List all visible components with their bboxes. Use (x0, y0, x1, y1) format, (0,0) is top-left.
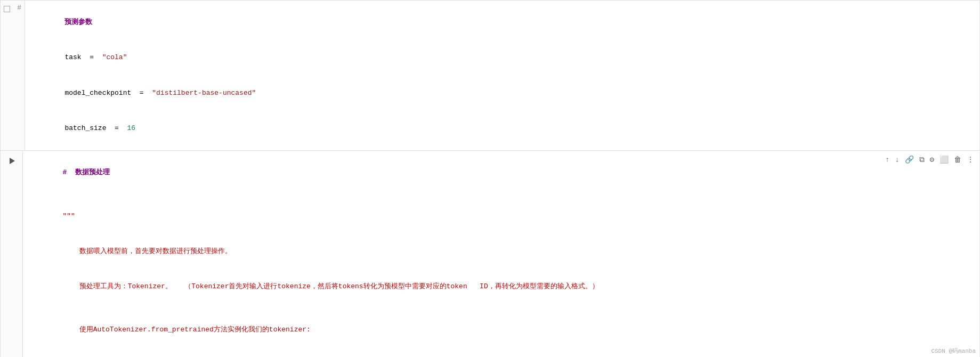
docstring-1-open: """ (29, 198, 973, 233)
cell-1-hash: # (17, 4, 21, 12)
link-button[interactable]: 🔗 (904, 154, 915, 165)
delete-button[interactable]: 🗑 (953, 155, 962, 165)
cell-1-line-2: model_checkpoint = "distilbert-base-unca… (31, 76, 973, 111)
settings-button[interactable]: ⚙ (929, 154, 935, 165)
cell-1: # 预测参数 task = "cola" model_checkpoint = … (0, 0, 980, 151)
notebook-container: # 预测参数 task = "cola" model_checkpoint = … (0, 0, 980, 357)
cell-1-line-1: task = "cola" (31, 40, 973, 75)
copy-button[interactable]: ⧉ (918, 155, 926, 165)
svg-marker-0 (10, 158, 15, 164)
doc-line-4: 1. 我们得到一个与预训练模型一一对应的tokenizer。 (29, 348, 973, 357)
cell-1-line-3: batch_size = 16 (31, 111, 973, 146)
more-button[interactable]: ⋮ (966, 154, 975, 165)
doc-line-1: 数据喂入模型前，首先要对数据进行预处理操作。 (29, 234, 973, 269)
cell-2-heading: # 数据预处理 (29, 155, 973, 190)
cell-1-content: 预测参数 task = "cola" model_checkpoint = "d… (25, 1, 979, 150)
move-down-button[interactable]: ↓ (894, 155, 900, 165)
run-button[interactable] (6, 155, 18, 167)
expand-button[interactable]: ⬜ (938, 154, 950, 165)
move-up-button[interactable]: ↑ (884, 155, 890, 165)
cell-2-toolbar: ↑ ↓ 🔗 ⧉ ⚙ ⬜ 🗑 ⋮ (884, 154, 975, 165)
cell-1-left: # (1, 1, 25, 150)
doc-line-3: 使用AutoTokenizer.from_pretrained方法实例化我们的t… (29, 312, 973, 347)
cell-1-heading: 预测参数 (31, 5, 973, 40)
doc-line-2: 预处理工具为：Tokenizer。 （Tokenizer首先对输入进行token… (29, 269, 973, 304)
watermark: CSDN @码manba (931, 347, 976, 355)
cell-2: ↑ ↓ 🔗 ⧉ ⚙ ⬜ 🗑 ⋮ # 数据预处理 """ (0, 151, 980, 357)
cell-1-checkbox[interactable] (4, 6, 10, 12)
cell-2-content: # 数据预处理 """ 数据喂入模型前，首先要对数据进行预处理操作。 预处理工具… (23, 151, 979, 357)
cell-2-left (1, 151, 23, 357)
